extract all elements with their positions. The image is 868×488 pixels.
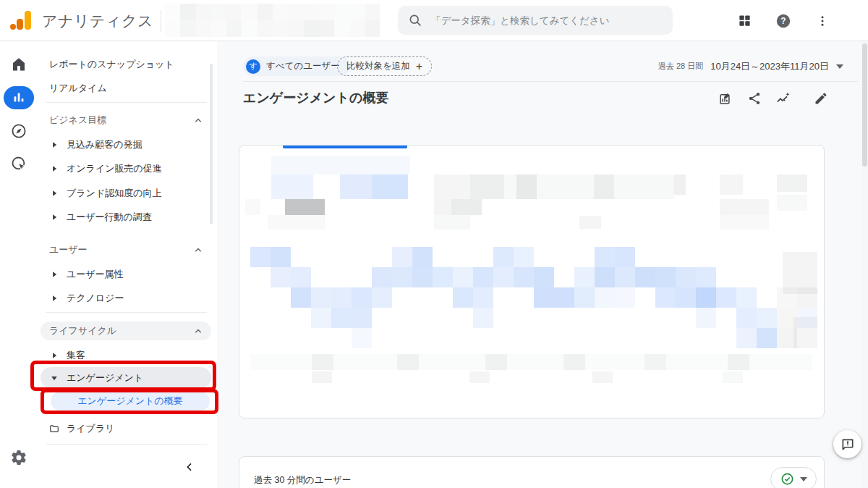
- page-scrollbar-thumb[interactable]: [862, 43, 867, 167]
- date-range-value: 10月24日～2023年11月20日: [710, 60, 829, 73]
- redacted-blur-cell: [592, 371, 613, 383]
- share-icon[interactable]: [745, 89, 764, 108]
- date-range-selector[interactable]: 過去 28 日間 10月24日～2023年11月20日: [658, 56, 843, 76]
- nav-subitem-engagement-overview-active[interactable]: エンゲージメントの概要: [51, 392, 210, 411]
- nav-item-label: リアルタイム: [49, 82, 107, 95]
- product-name: アナリティクス: [42, 11, 153, 31]
- redacted-blur-cell: [268, 215, 325, 230]
- triangle-right-icon: [49, 350, 59, 361]
- redacted-blur-cell: [453, 287, 473, 308]
- nav-item-brand-awareness[interactable]: ブランド認知度の向上: [41, 183, 211, 203]
- redacted-blur-cell: [757, 328, 777, 348]
- nav-item-label: エンゲージメントの概要: [77, 395, 182, 408]
- nav-item-report-snapshot[interactable]: レポートのスナップショット: [41, 54, 211, 75]
- ga4-engagement-overview-screen: アナリティクス ?: [0, 0, 868, 488]
- more-vert-icon[interactable]: [813, 12, 832, 30]
- redacted-blur-cell: [777, 174, 807, 192]
- nav-item-library[interactable]: ライブラリ: [41, 418, 211, 439]
- redacted-blur-cell: [594, 174, 614, 199]
- realtime-status-selector[interactable]: [770, 467, 817, 488]
- redacted-blur-cell: [434, 174, 470, 199]
- search-input[interactable]: [431, 15, 663, 26]
- redacted-blur-cell: [372, 287, 392, 308]
- redacted-blur-cell: [372, 174, 408, 199]
- redacted-blur-cell: [291, 267, 311, 287]
- redacted-blur-cell: [271, 174, 313, 199]
- reports-nav-active[interactable]: [4, 86, 34, 109]
- redacted-blur-cell: [226, 20, 242, 37]
- redacted-blur-cell: [311, 308, 331, 328]
- redacted-blur-cell: [273, 20, 288, 37]
- redacted-blur-cell: [334, 4, 349, 20]
- redacted-blur-cell: [493, 247, 514, 267]
- redacted-blur-cell: [595, 267, 615, 287]
- redacted-blur-cell: [493, 267, 514, 287]
- redacted-blur-cell: [574, 287, 595, 308]
- feedback-button[interactable]: [833, 430, 861, 458]
- explore-icon[interactable]: [10, 122, 27, 140]
- analytics-logo-icon: [10, 9, 35, 33]
- triangle-down-icon: [49, 373, 59, 383]
- nav-item-user-attributes[interactable]: ユーザー属性: [41, 264, 211, 285]
- redacted-blur-cell: [242, 4, 258, 20]
- redacted-blur-cell: [319, 4, 334, 20]
- nav-item-user-behavior[interactable]: ユーザー行動の調査: [41, 207, 211, 227]
- nav-item-label: 見込み顧客の発掘: [67, 138, 142, 151]
- nav-item-label: レポートのスナップショット: [49, 58, 174, 71]
- redacted-blur-cell: [392, 267, 412, 287]
- redacted-blur-cell: [211, 20, 226, 37]
- redacted-blur-cell: [258, 4, 273, 20]
- redacted-blur-cell: [736, 328, 757, 348]
- customize-report-icon[interactable]: [716, 89, 735, 108]
- user-segment-avatar: す: [246, 59, 260, 74]
- edit-pencil-icon[interactable]: [812, 89, 830, 108]
- triangle-right-icon: [49, 269, 59, 279]
- redacted-blur-cell: [312, 371, 332, 383]
- apps-grid-icon[interactable]: [735, 12, 754, 30]
- svg-text:?: ?: [780, 16, 786, 26]
- redacted-blur-cell: [696, 308, 716, 328]
- advertising-icon[interactable]: [10, 155, 27, 172]
- caret-down-icon: [836, 64, 843, 69]
- search-icon: [408, 13, 422, 28]
- redacted-blur-cell: [736, 287, 757, 308]
- help-icon[interactable]: ?: [774, 12, 793, 30]
- active-tab-indicator[interactable]: [283, 146, 407, 148]
- section-lifecycle[interactable]: ライフサイクル: [41, 321, 211, 340]
- drawer-scrollbar-thumb[interactable]: [210, 64, 213, 224]
- section-user[interactable]: ユーザー: [41, 240, 211, 259]
- nav-item-realtime[interactable]: リアルタイム: [41, 78, 211, 98]
- redacted-blur-cell: [777, 287, 797, 308]
- home-icon[interactable]: [10, 56, 27, 73]
- account-switcher-redacted[interactable]: [165, 4, 380, 37]
- nav-item-online-sales[interactable]: オンライン販売の促進: [41, 159, 211, 179]
- add-comparison-chip[interactable]: 比較対象を追加 +: [337, 56, 432, 76]
- settings-gear-icon[interactable]: [10, 449, 27, 466]
- header-divider: [243, 81, 858, 82]
- redacted-blur-cell: [250, 247, 271, 267]
- redacted-blur-cell: [196, 20, 211, 37]
- redacted-blur-cell: [334, 20, 349, 37]
- redacted-blur-cell: [412, 267, 433, 287]
- section-label: ビジネス目標: [49, 114, 106, 127]
- redacted-blur-cell: [273, 4, 288, 20]
- redacted-blur-cell: [340, 174, 372, 199]
- collapse-drawer-button[interactable]: [179, 457, 200, 477]
- triangle-right-icon: [49, 212, 59, 222]
- nav-item-engagement-expanded[interactable]: エンゲージメント: [41, 367, 211, 388]
- report-nav-drawer: レポートのスナップショット リアルタイム ビジネス目標 見込み顧客の発掘 オンラ…: [38, 41, 217, 488]
- insights-icon[interactable]: [774, 89, 793, 108]
- nav-item-acquisition[interactable]: 集客: [41, 345, 211, 366]
- nav-item-technology[interactable]: テクノロジー: [41, 288, 211, 308]
- search-bar[interactable]: [398, 6, 673, 35]
- redacted-blur-cell: [797, 308, 817, 328]
- redacted-blur-cell: [469, 371, 490, 383]
- triangle-right-icon: [49, 140, 59, 150]
- nav-item-lead-generation[interactable]: 見込み顧客の発掘: [41, 135, 211, 155]
- nav-item-label: エンゲージメント: [67, 371, 143, 384]
- engagement-overview-card: [239, 145, 825, 418]
- redacted-blur-cell: [655, 287, 676, 308]
- section-business-goals[interactable]: ビジネス目標: [41, 111, 211, 130]
- audience-segment-chip[interactable]: す すべてのユーザー: [243, 56, 350, 76]
- plus-icon: +: [416, 60, 422, 73]
